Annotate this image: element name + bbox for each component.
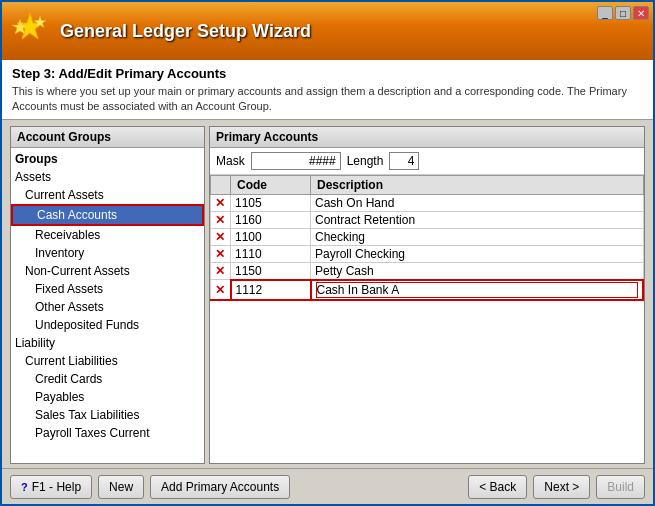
- mask-input[interactable]: [251, 152, 341, 170]
- sidebar-item-other-assets[interactable]: Other Assets: [11, 298, 204, 316]
- help-icon: ?: [21, 481, 28, 493]
- sidebar-item-current-liabilities[interactable]: Current Liabilities: [11, 352, 204, 370]
- primary-accounts-panel: Primary Accounts Mask Length Code Descri…: [209, 126, 645, 464]
- content-area: Account Groups Groups Assets Current Ass…: [2, 120, 653, 468]
- titlebar-buttons: _ □ ✕: [597, 6, 649, 20]
- wizard-body: Step 3: Add/Edit Primary Accounts This i…: [2, 60, 653, 504]
- col-marker: [211, 175, 231, 194]
- left-panel-title: Account Groups: [11, 127, 204, 148]
- maximize-button[interactable]: □: [615, 6, 631, 20]
- sidebar-item-sales-tax[interactable]: Sales Tax Liabilities: [11, 406, 204, 424]
- back-label: < Back: [479, 480, 516, 494]
- account-groups-panel: Account Groups Groups Assets Current Ass…: [10, 126, 205, 464]
- account-description-cell[interactable]: Petty Cash: [311, 262, 644, 280]
- length-input[interactable]: [389, 152, 419, 170]
- sidebar-item-credit-cards[interactable]: Credit Cards: [11, 370, 204, 388]
- right-panel-title: Primary Accounts: [210, 127, 644, 148]
- account-code-cell[interactable]: 1150: [231, 262, 311, 280]
- add-primary-accounts-button[interactable]: Add Primary Accounts: [150, 475, 290, 499]
- account-description-cell[interactable]: [311, 280, 644, 300]
- mask-label: Mask: [216, 154, 245, 168]
- table-row: ✕1105Cash On Hand: [211, 194, 644, 211]
- account-code-cell[interactable]: 1105: [231, 194, 311, 211]
- close-button[interactable]: ✕: [633, 6, 649, 20]
- table-row: ✕1160Contract Retention: [211, 211, 644, 228]
- next-label: Next >: [544, 480, 579, 494]
- sidebar-item-receivables[interactable]: Receivables: [11, 226, 204, 244]
- build-label: Build: [607, 480, 634, 494]
- row-delete-marker[interactable]: ✕: [211, 228, 231, 245]
- main-window: General Ledger Setup Wizard _ □ ✕ Step 3…: [0, 0, 655, 506]
- table-row: ✕1110Payroll Checking: [211, 245, 644, 262]
- row-delete-marker[interactable]: ✕: [211, 262, 231, 280]
- length-label: Length: [347, 154, 384, 168]
- account-description-cell[interactable]: Checking: [311, 228, 644, 245]
- back-button[interactable]: < Back: [468, 475, 527, 499]
- add-primary-label: Add Primary Accounts: [161, 480, 279, 494]
- sidebar-item-payroll-taxes[interactable]: Payroll Taxes Current: [11, 424, 204, 442]
- accounts-table: Code Description ✕1105Cash On Hand✕1160C…: [210, 175, 644, 463]
- new-label: New: [109, 480, 133, 494]
- footer: ? F1 - Help New Add Primary Accounts < B…: [2, 468, 653, 504]
- row-delete-marker[interactable]: ✕: [211, 280, 231, 300]
- sidebar-item-cash-accounts[interactable]: Cash Accounts: [11, 204, 204, 226]
- account-code-cell[interactable]: 1100: [231, 228, 311, 245]
- row-delete-marker[interactable]: ✕: [211, 194, 231, 211]
- row-delete-marker[interactable]: ✕: [211, 245, 231, 262]
- account-code-cell[interactable]: 1160: [231, 211, 311, 228]
- next-button[interactable]: Next >: [533, 475, 590, 499]
- step-header: Step 3: Add/Edit Primary Accounts This i…: [2, 60, 653, 120]
- account-description-cell[interactable]: Payroll Checking: [311, 245, 644, 262]
- titlebar: General Ledger Setup Wizard _ □ ✕: [2, 2, 653, 60]
- f1-help-label: F1 - Help: [32, 480, 81, 494]
- sidebar-item-payables[interactable]: Payables: [11, 388, 204, 406]
- step-description: This is where you set up your main or pr…: [12, 84, 643, 115]
- table-header-row: Code Description: [211, 175, 644, 194]
- groups-tree[interactable]: Groups Assets Current Assets Cash Accoun…: [11, 148, 204, 463]
- new-button[interactable]: New: [98, 475, 144, 499]
- mask-row: Mask Length: [210, 148, 644, 175]
- account-code-cell[interactable]: 1110: [231, 245, 311, 262]
- table-row: ✕1112: [211, 280, 644, 300]
- sidebar-item-non-current-assets[interactable]: Non-Current Assets: [11, 262, 204, 280]
- account-description-cell[interactable]: Cash On Hand: [311, 194, 644, 211]
- table-row: ✕1150Petty Cash: [211, 262, 644, 280]
- account-description-cell[interactable]: Contract Retention: [311, 211, 644, 228]
- titlebar-title: General Ledger Setup Wizard: [60, 21, 645, 42]
- sidebar-item-undeposited-funds[interactable]: Undeposited Funds: [11, 316, 204, 334]
- minimize-button[interactable]: _: [597, 6, 613, 20]
- wizard-icon: [10, 11, 50, 51]
- sidebar-item-inventory[interactable]: Inventory: [11, 244, 204, 262]
- account-code-cell[interactable]: 1112: [231, 280, 311, 300]
- row-delete-marker[interactable]: ✕: [211, 211, 231, 228]
- sidebar-item-liability[interactable]: Liability: [11, 334, 204, 352]
- sidebar-item-fixed-assets[interactable]: Fixed Assets: [11, 280, 204, 298]
- sidebar-item-current-assets[interactable]: Current Assets: [11, 186, 204, 204]
- table-row: ✕1100Checking: [211, 228, 644, 245]
- build-button[interactable]: Build: [596, 475, 645, 499]
- sidebar-item-assets[interactable]: Assets: [11, 168, 204, 186]
- col-description-header: Description: [311, 175, 644, 194]
- col-code-header: Code: [231, 175, 311, 194]
- f1-help-button[interactable]: ? F1 - Help: [10, 475, 92, 499]
- tree-header-groups: Groups: [11, 150, 204, 168]
- step-title: Step 3: Add/Edit Primary Accounts: [12, 66, 643, 81]
